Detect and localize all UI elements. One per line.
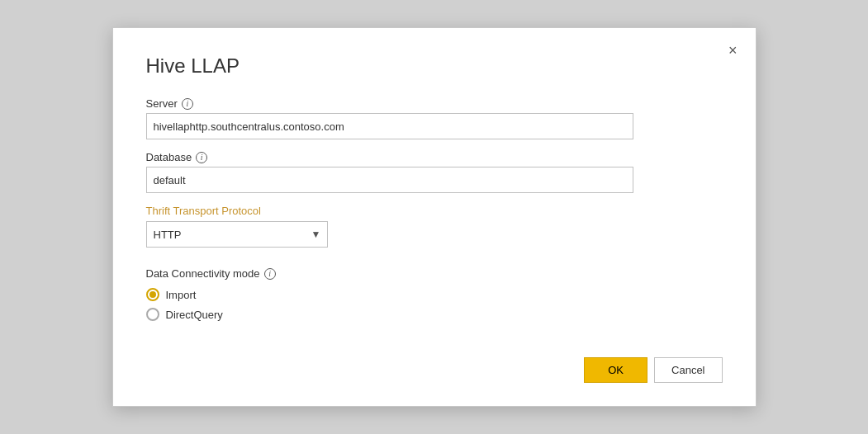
cancel-button[interactable]: Cancel (654, 357, 722, 383)
radio-import-label: Import (166, 289, 197, 301)
radio-import-indicator (146, 288, 159, 301)
thrift-select[interactable]: HTTP Binary SASL (146, 221, 328, 248)
dialog-overlay: × Hive LLAP Server i Database i Thrift T… (0, 0, 868, 434)
close-button[interactable]: × (723, 40, 742, 61)
thrift-field-group: Thrift Transport Protocol HTTP Binary SA… (146, 205, 723, 248)
thrift-select-wrapper: HTTP Binary SASL ▼ (146, 221, 328, 248)
thrift-label: Thrift Transport Protocol (146, 205, 723, 217)
connectivity-radio-group: Import DirectQuery (146, 288, 723, 321)
database-info-icon[interactable]: i (196, 152, 207, 163)
connectivity-label: Data Connectivity mode i (146, 267, 723, 280)
ok-button[interactable]: OK (584, 357, 647, 383)
dialog-title: Hive LLAP (146, 54, 723, 78)
connectivity-info-icon[interactable]: i (264, 268, 276, 280)
database-label: Database i (146, 151, 723, 163)
server-field-group: Server i (146, 97, 723, 139)
dialog: × Hive LLAP Server i Database i Thrift T… (112, 27, 757, 407)
radio-directquery-label: DirectQuery (166, 309, 223, 321)
connectivity-section: Data Connectivity mode i Import DirectQu… (146, 267, 723, 321)
dialog-footer: OK Cancel (146, 341, 723, 383)
server-input[interactable] (146, 113, 633, 139)
radio-directquery[interactable]: DirectQuery (146, 308, 723, 321)
radio-directquery-indicator (146, 308, 159, 321)
server-info-icon[interactable]: i (182, 98, 193, 110)
database-field-group: Database i (146, 151, 723, 193)
database-input[interactable] (146, 167, 633, 193)
radio-import[interactable]: Import (146, 288, 723, 301)
server-label: Server i (146, 97, 723, 110)
